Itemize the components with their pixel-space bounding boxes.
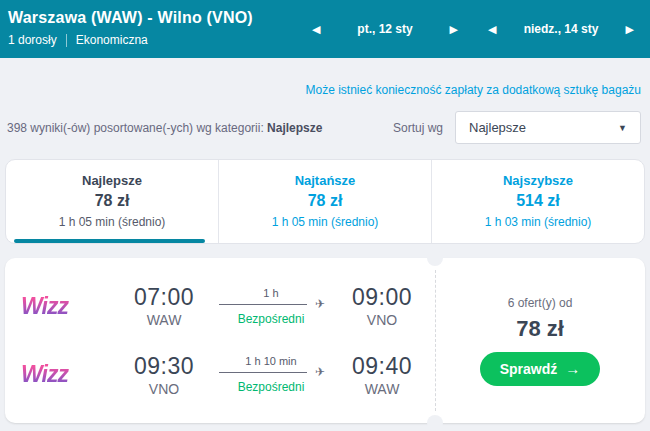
outbound-prev-day-icon[interactable]: ◀: [306, 20, 326, 39]
plane-icon: ✈: [315, 365, 325, 379]
header-separator: [66, 34, 67, 47]
tab-cheapest[interactable]: Najtańsze 78 zł 1 h 05 min (średnio): [218, 160, 431, 243]
arrival-time: 09:00: [343, 284, 421, 311]
tab-fastest[interactable]: Najszybsze 514 zł 1 h 03 min (średnio): [431, 160, 644, 243]
sort-dropdown-value: Najlepsze: [469, 120, 526, 135]
arrival-time: 09:40: [343, 353, 421, 380]
baggage-fee-notice-link[interactable]: Może istnieć konieczność zapłaty za doda…: [305, 83, 641, 97]
leg-middle: 1 h 10 min ✈ Bezpośredni: [213, 355, 329, 394]
results-summary-text: 398 wyniki(-ów) posortowane(-ych) wg kat…: [7, 121, 267, 135]
ticket-notch-bottom: [427, 415, 443, 431]
arrival-airport-code: WAW: [343, 381, 421, 397]
plane-icon: ✈: [315, 297, 325, 311]
leg-line-bar: [219, 304, 307, 305]
active-tab-indicator: [14, 239, 205, 243]
return-leg: Wizz 09:30 VNO 1 h 10 min ✈ Bezpośredni …: [21, 353, 435, 397]
flight-result-card[interactable]: Wizz 07:00 WAW 1 h ✈ Bezpośredni 09:00 V…: [5, 258, 645, 423]
itinerary-section: Wizz 07:00 WAW 1 h ✈ Bezpośredni 09:00 V…: [5, 258, 435, 423]
tab-fastest-duration: 1 h 03 min (średnio): [432, 215, 644, 229]
sort-dropdown[interactable]: Najlepsze ▼: [455, 111, 641, 144]
departure-endpoint: 09:30 VNO: [125, 353, 203, 397]
leg-stops-label: Bezpośredni: [213, 312, 329, 326]
tab-best-duration: 1 h 05 min (średnio): [6, 215, 218, 229]
arrival-endpoint: 09:40 WAW: [343, 353, 421, 397]
baggage-notice-row: Może istnieć konieczność zapłaty za doda…: [0, 80, 650, 98]
tab-cheapest-label: Najtańsze: [219, 173, 431, 188]
search-summary-header: Warszawa (WAW) - Wilno (VNO) 1 dorosły E…: [0, 0, 650, 58]
price-section: 6 ofert(y) od 78 zł Sprawdź →: [435, 258, 645, 423]
departure-airport-code: VNO: [125, 381, 203, 397]
sort-summary-tabs: Najlepsze 78 zł 1 h 05 min (średnio) Naj…: [5, 159, 645, 244]
wizzair-logo: Wizz: [21, 293, 125, 320]
results-bar: 398 wyniki(-ów) posortowane(-ych) wg kat…: [0, 111, 650, 144]
tab-best-price: 78 zł: [6, 192, 218, 210]
ticket-perforation-divider: [435, 270, 436, 411]
departure-time: 09:30: [125, 353, 203, 380]
outbound-date-group: ◀ pt., 12 sty ▶: [306, 20, 464, 39]
outbound-date-label: pt., 12 sty: [357, 22, 412, 36]
tab-cheapest-price: 78 zł: [219, 192, 431, 210]
tab-best-label: Najlepsze: [6, 173, 218, 188]
passengers-summary: 1 dorosły: [8, 33, 57, 47]
offers-count-label: 6 ofert(y) od: [508, 296, 573, 310]
wizzair-logo: Wizz: [21, 361, 125, 388]
check-deal-button-label: Sprawdź: [500, 361, 558, 377]
departure-endpoint: 07:00 WAW: [125, 284, 203, 328]
return-prev-day-icon[interactable]: ◀: [482, 20, 502, 39]
arrival-endpoint: 09:00 VNO: [343, 284, 421, 328]
ticket-notch-top: [427, 250, 443, 266]
leg-line: ✈: [219, 300, 323, 310]
tab-fastest-label: Najszybsze: [432, 173, 644, 188]
leg-line: ✈: [219, 368, 323, 378]
best-price: 78 zł: [516, 316, 564, 342]
outbound-leg: Wizz 07:00 WAW 1 h ✈ Bezpośredni 09:00 V…: [21, 284, 435, 328]
arrow-right-icon: →: [565, 361, 580, 376]
tab-cheapest-duration: 1 h 05 min (średnio): [219, 215, 431, 229]
arrival-airport-code: VNO: [343, 312, 421, 328]
chevron-down-icon: ▼: [618, 123, 627, 133]
results-summary-sort-category: Najlepsze: [267, 121, 322, 135]
leg-duration: 1 h 10 min: [213, 355, 329, 367]
leg-duration: 1 h: [213, 287, 329, 299]
check-deal-button[interactable]: Sprawdź →: [480, 352, 601, 386]
tab-fastest-price: 514 zł: [432, 192, 644, 210]
outbound-next-day-icon[interactable]: ▶: [444, 20, 464, 39]
results-summary: 398 wyniki(-ów) posortowane(-ych) wg kat…: [7, 121, 322, 135]
leg-middle: 1 h ✈ Bezpośredni: [213, 287, 329, 326]
route-title: Warszawa (WAW) - Wilno (VNO): [8, 9, 253, 27]
cabin-class-summary: Ekonomiczna: [76, 33, 148, 47]
return-date-label: niedz., 14 sty: [524, 22, 599, 36]
departure-airport-code: WAW: [125, 312, 203, 328]
return-date-group: ◀ niedz., 14 sty ▶: [482, 20, 640, 39]
sort-by-label: Sortuj wg: [393, 121, 443, 135]
departure-time: 07:00: [125, 284, 203, 311]
leg-line-bar: [219, 372, 307, 373]
date-navigation: ◀ pt., 12 sty ▶ ◀ niedz., 14 sty ▶: [306, 0, 640, 58]
leg-stops-label: Bezpośredni: [213, 380, 329, 394]
tab-best[interactable]: Najlepsze 78 zł 1 h 05 min (średnio): [6, 160, 218, 243]
return-next-day-icon[interactable]: ▶: [620, 20, 640, 39]
